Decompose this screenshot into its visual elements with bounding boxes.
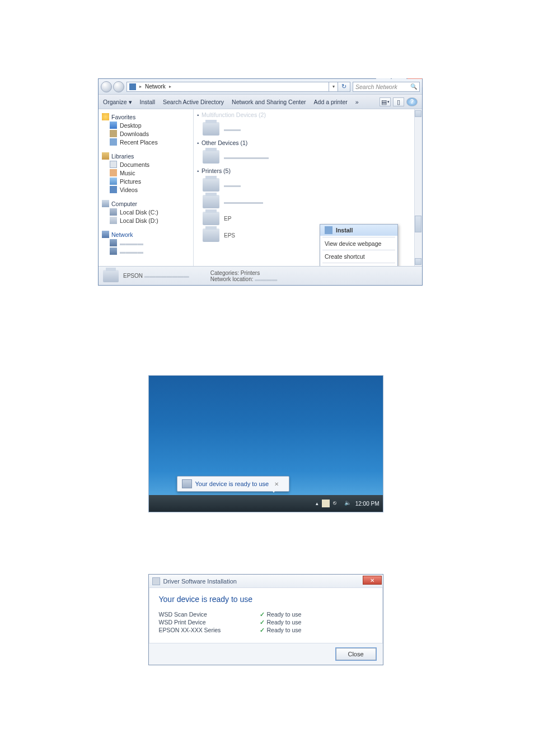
nav-recent[interactable]: Recent Places <box>120 139 158 146</box>
device-icon <box>182 479 192 488</box>
device-item[interactable]: ▬▬▬▬▬▬▬ <box>194 193 422 210</box>
videos-icon <box>110 186 117 193</box>
nav-desktop[interactable]: Desktop <box>120 122 142 129</box>
close-label: Close <box>348 651 363 657</box>
close-button[interactable]: ✕ <box>363 576 382 585</box>
navigation-pane: Favorites Desktop Downloads Recent Place… <box>99 109 194 266</box>
collapse-icon[interactable]: ▴ <box>197 141 199 145</box>
preview-pane-button[interactable]: ▯ <box>393 97 404 106</box>
shield-icon <box>325 226 332 234</box>
network-node[interactable]: ▬▬▬▬ <box>120 248 143 255</box>
driver-name: EPSON XX-XXX Series <box>159 627 260 633</box>
back-button[interactable] <box>101 81 112 92</box>
ctx-install-label: Install <box>336 227 353 234</box>
nav-libraries[interactable]: Libraries <box>111 153 134 160</box>
tray-chevron-up-icon[interactable]: ▴ <box>316 501 318 506</box>
help-button[interactable]: ? <box>406 97 418 106</box>
nav-documents[interactable]: Documents <box>120 161 149 168</box>
search-ad-command[interactable]: Search Active Directory <box>163 99 224 105</box>
nav-videos[interactable]: Videos <box>120 186 138 193</box>
device-item[interactable]: ▬▬▬ <box>194 120 422 137</box>
network-icon[interactable]: ⎋ <box>333 500 341 507</box>
pictures-icon <box>110 178 117 185</box>
nav-favorites[interactable]: Favorites <box>111 114 135 120</box>
scroll-down-arrow[interactable] <box>415 258 421 265</box>
ctx-create-shortcut[interactable]: Create shortcut <box>320 251 397 262</box>
desktop-screenshot: Your device is ready to use ✕ ▴ ⎋ 🔈 12:0… <box>148 375 383 512</box>
organize-menu[interactable]: Organize ▾ <box>103 99 132 105</box>
device-item[interactable]: ▬▬▬ <box>194 176 422 193</box>
install-command[interactable]: Install <box>140 99 155 105</box>
network-node[interactable]: ▬▬▬▬ <box>120 240 143 246</box>
device-label: ▬▬▬ <box>224 126 241 132</box>
section-printers: Printers (5) <box>202 167 231 174</box>
network-center-command[interactable]: Network and Sharing Center <box>232 99 306 105</box>
view-options-button[interactable]: ▤▾ <box>380 97 391 106</box>
collapse-icon[interactable]: ▴ <box>197 169 199 173</box>
nav-downloads[interactable]: Downloads <box>120 130 149 137</box>
chevron-right-icon: ▸ <box>138 84 143 89</box>
dialog-footer: Close <box>149 643 383 665</box>
add-printer-command[interactable]: Add a printer <box>314 99 348 105</box>
device-label: EP <box>224 216 231 222</box>
collapse-icon[interactable]: ▴ <box>197 113 199 117</box>
printer-icon <box>203 150 219 164</box>
categories-label: Categories: <box>210 270 239 276</box>
chevron-right-icon: ▸ <box>168 84 172 89</box>
desktop-icon <box>110 122 117 129</box>
driver-row: EPSON XX-XXX Series ✓ Ready to use <box>159 626 373 634</box>
ctx-install[interactable]: Install <box>320 225 397 236</box>
refresh-button[interactable]: ↻ <box>338 82 350 92</box>
driver-status: Ready to use <box>267 619 302 626</box>
nav-computer[interactable]: Computer <box>111 200 137 207</box>
breadcrumb-network[interactable]: Network <box>145 83 166 90</box>
printer-icon <box>203 195 219 208</box>
nav-music[interactable]: Music <box>120 170 135 176</box>
scroll-thumb[interactable] <box>415 216 421 232</box>
printer-icon <box>203 122 219 136</box>
close-icon[interactable]: ✕ <box>274 481 279 487</box>
balloon-notification[interactable]: Your device is ready to use ✕ <box>177 476 290 492</box>
action-center-icon[interactable] <box>322 500 330 507</box>
driver-row: WSD Scan Device ✓ Ready to use <box>159 610 373 618</box>
nav-pictures[interactable]: Pictures <box>120 178 141 185</box>
disk-icon <box>110 217 117 224</box>
forward-button[interactable] <box>113 81 124 92</box>
ctx-properties[interactable]: Properties <box>320 264 397 266</box>
disk-icon <box>110 208 117 216</box>
system-tray[interactable]: ▴ ⎋ 🔈 12:00 PM <box>316 500 380 507</box>
nav-local-c[interactable]: Local Disk (C:) <box>120 209 158 216</box>
device-label: EPS <box>224 232 235 239</box>
check-icon: ✓ <box>260 611 265 618</box>
selected-device-name: EPSON <box>123 273 143 279</box>
dialog-title: Driver Software Installation <box>163 578 237 585</box>
computer-node-icon <box>110 248 117 255</box>
vertical-scrollbar[interactable] <box>414 109 422 266</box>
section-multifunction: Multifunction Devices (2) <box>202 111 266 118</box>
printer-icon <box>203 212 219 225</box>
device-label: ▬▬▬▬▬▬▬ <box>224 199 263 205</box>
history-dropdown[interactable]: ▾ <box>329 82 338 92</box>
nav-network[interactable]: Network <box>111 231 133 238</box>
printer-icon <box>203 228 219 242</box>
device-item[interactable]: ▬▬▬▬▬▬▬▬ <box>194 148 422 165</box>
volume-icon[interactable]: 🔈 <box>344 500 352 507</box>
clock[interactable]: 12:00 PM <box>355 501 380 507</box>
nav-local-d[interactable]: Local Disk (D:) <box>120 217 158 224</box>
device-label: ▬▬▬ <box>224 182 241 188</box>
star-icon <box>102 113 109 120</box>
more-commands[interactable]: » <box>355 99 359 105</box>
search-input[interactable]: Search Network 🔍 <box>353 82 420 92</box>
dialog-heading: Your device is ready to use <box>159 595 373 604</box>
libraries-icon <box>102 152 109 160</box>
address-bar[interactable]: ▸ Network ▸ <box>127 82 329 92</box>
ctx-shortcut-label: Create shortcut <box>325 253 365 260</box>
close-dialog-button[interactable]: Close <box>336 648 376 660</box>
content-pane: ▴Multifunction Devices (2) ▬▬▬ ▴Other De… <box>194 109 422 266</box>
search-icon[interactable]: 🔍 <box>410 83 417 90</box>
ctx-view-webpage[interactable]: View device webpage <box>320 239 397 249</box>
app-icon <box>152 577 160 585</box>
driver-name: WSD Scan Device <box>159 611 260 618</box>
driver-status: Ready to use <box>267 611 302 618</box>
scroll-up-arrow[interactable] <box>415 110 421 117</box>
